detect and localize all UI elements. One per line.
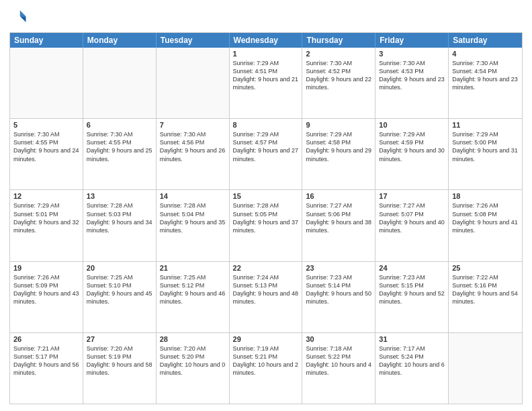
day-number: 24 xyxy=(379,264,445,272)
day-number: 29 xyxy=(233,335,299,343)
calendar-cell: 31Sunrise: 7:17 AM Sunset: 5:24 PM Dayli… xyxy=(375,333,449,404)
calendar-cell: 15Sunrise: 7:28 AM Sunset: 5:05 PM Dayli… xyxy=(230,190,303,261)
calendar-cell: 9Sunrise: 7:29 AM Sunset: 4:58 PM Daylig… xyxy=(302,119,375,189)
calendar-cell: 19Sunrise: 7:26 AM Sunset: 5:09 PM Dayli… xyxy=(10,262,83,332)
calendar-cell: 17Sunrise: 7:27 AM Sunset: 5:07 PM Dayli… xyxy=(375,190,449,261)
cell-details: Sunrise: 7:29 AM Sunset: 5:01 PM Dayligh… xyxy=(13,201,79,234)
cell-details: Sunrise: 7:17 AM Sunset: 5:24 PM Dayligh… xyxy=(379,345,445,377)
calendar-cell: 3Sunrise: 7:30 AM Sunset: 4:53 PM Daylig… xyxy=(375,48,449,118)
calendar-row: 1Sunrise: 7:29 AM Sunset: 4:51 PM Daylig… xyxy=(10,48,522,119)
day-number: 15 xyxy=(233,192,299,200)
calendar-cell: 16Sunrise: 7:27 AM Sunset: 5:06 PM Dayli… xyxy=(302,190,375,261)
calendar-header: SundayMondayTuesdayWednesdayThursdayFrid… xyxy=(10,33,522,48)
calendar-row: 26Sunrise: 7:21 AM Sunset: 5:17 PM Dayli… xyxy=(10,333,522,404)
header-cell-saturday: Saturday xyxy=(449,33,522,48)
cell-details: Sunrise: 7:24 AM Sunset: 5:13 PM Dayligh… xyxy=(233,273,299,306)
cell-details: Sunrise: 7:29 AM Sunset: 4:51 PM Dayligh… xyxy=(233,59,299,92)
cell-details: Sunrise: 7:30 AM Sunset: 4:55 PM Dayligh… xyxy=(87,130,152,163)
cell-details: Sunrise: 7:27 AM Sunset: 5:07 PM Dayligh… xyxy=(379,201,445,234)
cell-details: Sunrise: 7:26 AM Sunset: 5:08 PM Dayligh… xyxy=(452,201,519,234)
cell-details: Sunrise: 7:22 AM Sunset: 5:16 PM Dayligh… xyxy=(452,273,519,306)
calendar-cell: 5Sunrise: 7:30 AM Sunset: 4:55 PM Daylig… xyxy=(10,119,83,189)
header-cell-wednesday: Wednesday xyxy=(230,33,303,48)
calendar-cell xyxy=(157,48,230,118)
cell-details: Sunrise: 7:27 AM Sunset: 5:06 PM Dayligh… xyxy=(306,201,371,234)
header-cell-thursday: Thursday xyxy=(302,33,375,48)
day-number: 31 xyxy=(379,335,445,343)
cell-details: Sunrise: 7:28 AM Sunset: 5:03 PM Dayligh… xyxy=(87,201,152,234)
day-number: 22 xyxy=(233,264,299,272)
day-number: 8 xyxy=(233,121,299,129)
day-number: 19 xyxy=(13,264,79,272)
calendar-cell: 29Sunrise: 7:19 AM Sunset: 5:21 PM Dayli… xyxy=(230,333,303,404)
header xyxy=(9,8,523,27)
cell-details: Sunrise: 7:28 AM Sunset: 5:04 PM Dayligh… xyxy=(160,201,226,234)
calendar-row: 12Sunrise: 7:29 AM Sunset: 5:01 PM Dayli… xyxy=(10,190,522,261)
cell-details: Sunrise: 7:29 AM Sunset: 4:58 PM Dayligh… xyxy=(306,130,371,163)
day-number: 28 xyxy=(160,335,226,343)
calendar-cell: 14Sunrise: 7:28 AM Sunset: 5:04 PM Dayli… xyxy=(157,190,230,261)
calendar-cell: 21Sunrise: 7:25 AM Sunset: 5:12 PM Dayli… xyxy=(157,262,230,332)
svg-marker-1 xyxy=(20,11,26,17)
header-cell-sunday: Sunday xyxy=(10,33,83,48)
calendar-cell: 13Sunrise: 7:28 AM Sunset: 5:03 PM Dayli… xyxy=(83,190,157,261)
calendar-cell: 27Sunrise: 7:20 AM Sunset: 5:19 PM Dayli… xyxy=(83,333,157,404)
header-cell-monday: Monday xyxy=(83,33,157,48)
calendar-cell: 2Sunrise: 7:30 AM Sunset: 4:52 PM Daylig… xyxy=(302,48,375,118)
cell-details: Sunrise: 7:30 AM Sunset: 4:54 PM Dayligh… xyxy=(452,59,519,92)
cell-details: Sunrise: 7:23 AM Sunset: 5:14 PM Dayligh… xyxy=(306,273,371,306)
logo-icon xyxy=(9,8,28,27)
day-number: 2 xyxy=(306,50,371,58)
day-number: 5 xyxy=(13,121,79,129)
calendar-cell: 1Sunrise: 7:29 AM Sunset: 4:51 PM Daylig… xyxy=(230,48,303,118)
day-number: 17 xyxy=(379,192,445,200)
day-number: 7 xyxy=(160,121,226,129)
day-number: 11 xyxy=(452,121,519,129)
day-number: 12 xyxy=(13,192,79,200)
day-number: 20 xyxy=(87,264,152,272)
calendar-cell: 12Sunrise: 7:29 AM Sunset: 5:01 PM Dayli… xyxy=(10,190,83,261)
header-cell-friday: Friday xyxy=(375,33,449,48)
cell-details: Sunrise: 7:30 AM Sunset: 4:55 PM Dayligh… xyxy=(13,130,79,163)
cell-details: Sunrise: 7:19 AM Sunset: 5:21 PM Dayligh… xyxy=(233,345,299,377)
calendar-cell xyxy=(10,48,83,118)
calendar-cell: 20Sunrise: 7:25 AM Sunset: 5:10 PM Dayli… xyxy=(83,262,157,332)
calendar-cell: 18Sunrise: 7:26 AM Sunset: 5:08 PM Dayli… xyxy=(449,190,522,261)
calendar-cell: 23Sunrise: 7:23 AM Sunset: 5:14 PM Dayli… xyxy=(302,262,375,332)
day-number: 14 xyxy=(160,192,226,200)
day-number: 26 xyxy=(13,335,79,343)
cell-details: Sunrise: 7:18 AM Sunset: 5:22 PM Dayligh… xyxy=(306,345,371,377)
calendar-cell: 7Sunrise: 7:30 AM Sunset: 4:56 PM Daylig… xyxy=(157,119,230,189)
cell-details: Sunrise: 7:21 AM Sunset: 5:17 PM Dayligh… xyxy=(13,345,79,377)
calendar-cell xyxy=(449,333,522,404)
cell-details: Sunrise: 7:29 AM Sunset: 4:57 PM Dayligh… xyxy=(233,130,299,163)
day-number: 16 xyxy=(306,192,371,200)
calendar-cell: 11Sunrise: 7:29 AM Sunset: 5:00 PM Dayli… xyxy=(449,119,522,189)
cell-details: Sunrise: 7:29 AM Sunset: 5:00 PM Dayligh… xyxy=(452,130,519,163)
cell-details: Sunrise: 7:26 AM Sunset: 5:09 PM Dayligh… xyxy=(13,273,79,306)
calendar-cell: 6Sunrise: 7:30 AM Sunset: 4:55 PM Daylig… xyxy=(83,119,157,189)
calendar-cell xyxy=(83,48,157,118)
calendar-body: 1Sunrise: 7:29 AM Sunset: 4:51 PM Daylig… xyxy=(10,48,522,404)
day-number: 25 xyxy=(452,264,519,272)
calendar-row: 19Sunrise: 7:26 AM Sunset: 5:09 PM Dayli… xyxy=(10,262,522,333)
calendar-cell: 26Sunrise: 7:21 AM Sunset: 5:17 PM Dayli… xyxy=(10,333,83,404)
day-number: 27 xyxy=(87,335,152,343)
header-cell-tuesday: Tuesday xyxy=(157,33,230,48)
logo xyxy=(9,8,31,27)
cell-details: Sunrise: 7:30 AM Sunset: 4:52 PM Dayligh… xyxy=(306,59,371,92)
calendar: SundayMondayTuesdayWednesdayThursdayFrid… xyxy=(9,32,523,404)
day-number: 3 xyxy=(379,50,445,58)
calendar-cell: 10Sunrise: 7:29 AM Sunset: 4:59 PM Dayli… xyxy=(375,119,449,189)
cell-details: Sunrise: 7:20 AM Sunset: 5:20 PM Dayligh… xyxy=(160,345,226,377)
cell-details: Sunrise: 7:28 AM Sunset: 5:05 PM Dayligh… xyxy=(233,201,299,234)
day-number: 9 xyxy=(306,121,371,129)
day-number: 1 xyxy=(233,50,299,58)
calendar-cell: 22Sunrise: 7:24 AM Sunset: 5:13 PM Dayli… xyxy=(230,262,303,332)
calendar-cell: 8Sunrise: 7:29 AM Sunset: 4:57 PM Daylig… xyxy=(230,119,303,189)
cell-details: Sunrise: 7:25 AM Sunset: 5:12 PM Dayligh… xyxy=(160,273,226,306)
calendar-cell: 25Sunrise: 7:22 AM Sunset: 5:16 PM Dayli… xyxy=(449,262,522,332)
day-number: 4 xyxy=(452,50,519,58)
day-number: 6 xyxy=(87,121,152,129)
cell-details: Sunrise: 7:23 AM Sunset: 5:15 PM Dayligh… xyxy=(379,273,445,306)
